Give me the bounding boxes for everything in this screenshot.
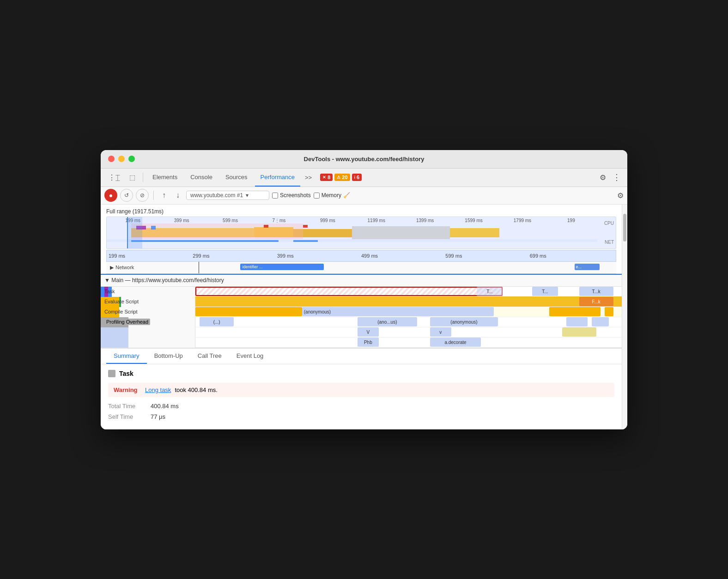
network-track-label: Network: [115, 265, 134, 270]
perf-toolbar: ● ↺ ⊘ ↑ ↓ www.youtube.com #1 ▾ Screensho…: [101, 187, 627, 205]
net-label: NET: [605, 240, 614, 245]
total-time-value: 400.84 ms: [151, 403, 179, 410]
full-range-label: Full range (1917.51ms): [106, 208, 616, 215]
cpu-label: CPU: [604, 221, 614, 226]
flame-area: ▼ Main — https://www.youtube.com/feed/hi…: [101, 274, 622, 348]
settings-icon[interactable]: ⚙: [598, 171, 608, 184]
warning-badge[interactable]: ⚠ 20: [334, 174, 350, 181]
close-button[interactable]: [108, 156, 115, 162]
devtools-window: DevTools - www.youtube.com/feed/history …: [101, 150, 627, 429]
tick-5: 1199 ms: [352, 218, 400, 223]
net-bar-1: identifier ...: [242, 265, 262, 269]
inspector-icon[interactable]: ⋮⌶: [104, 171, 124, 184]
divider2: [153, 191, 154, 200]
bottom-tabs: Summary Bottom-Up Call Tree Event Log: [101, 349, 622, 364]
tick-1: 399 ms: [157, 218, 206, 223]
tab-sources[interactable]: Sources: [220, 169, 253, 187]
self-time-row: Self Time 77 μs: [108, 413, 614, 420]
self-time-label: Self Time: [108, 413, 145, 420]
task-label: Task: [104, 289, 115, 294]
screenshots-checkbox-group: Screenshots: [272, 192, 311, 199]
tick-4: 999 ms: [303, 218, 352, 223]
more-menu-button[interactable]: ⋮: [610, 170, 624, 184]
ztick-1: 299 ms: [193, 253, 277, 259]
ztick-2: 399 ms: [277, 253, 361, 259]
flame-rows: Task T... T...k T...: [101, 287, 622, 348]
main-area: Full range (1917.51ms) 199 ms 399 ms 599…: [101, 205, 627, 429]
anon-label: (anonymous): [304, 309, 331, 314]
memory-checkbox[interactable]: [314, 193, 320, 199]
tab-bar: ⋮⌶ ⬚ Elements Console Sources Performanc…: [101, 169, 627, 187]
compile-label: Compile Script: [104, 309, 138, 314]
warning-text: took 400.84 ms.: [175, 386, 218, 393]
tick-2: 599 ms: [206, 218, 255, 223]
tick-8: 1799 ms: [498, 218, 546, 223]
expand-icon: ▶: [110, 265, 114, 271]
timeline-area: Full range (1917.51ms) 199 ms 399 ms 599…: [101, 205, 622, 274]
warning-row: Warning Long task took 400.84 ms.: [108, 383, 614, 397]
more-tabs-button[interactable]: >>: [302, 172, 315, 183]
net-bar-2: e...: [576, 265, 582, 269]
profiling-label: Profiling Overhead: [104, 319, 150, 325]
error-badge[interactable]: ✕ 8: [320, 174, 333, 181]
info-badge[interactable]: i 6: [352, 174, 362, 181]
long-task-link[interactable]: Long task: [145, 386, 171, 393]
content-main: Full range (1917.51ms) 199 ms 399 ms 599…: [101, 205, 622, 429]
maximize-button[interactable]: [128, 156, 135, 162]
bottom-panel: Summary Bottom-Up Call Tree Event Log: [101, 348, 622, 429]
side-scrollbar[interactable]: [622, 205, 627, 429]
upload-button[interactable]: ↑: [158, 189, 170, 201]
screenshots-label: Screenshots: [280, 192, 311, 199]
evaluate-label: Evaluate Script: [104, 299, 139, 304]
traffic-lights: [108, 156, 135, 162]
device-icon[interactable]: ⬚: [126, 172, 139, 183]
summary-content: Task Warning Long task took 400.84 ms. T…: [101, 364, 622, 429]
tab-elements[interactable]: Elements: [147, 169, 183, 187]
network-label[interactable]: ▶ Network: [106, 265, 199, 271]
screenshots-checkbox[interactable]: [272, 193, 278, 199]
reload-record-button[interactable]: ↺: [120, 189, 133, 202]
tab-event-log[interactable]: Event Log: [229, 349, 271, 364]
broom-icon: 🧹: [343, 192, 350, 199]
chevron-down-icon: ▾: [246, 192, 249, 199]
tick-7: 1599 ms: [449, 218, 498, 223]
tick-9: 199: [547, 218, 595, 223]
tick-6: 1399 ms: [400, 218, 449, 223]
clear-button[interactable]: ⊘: [136, 189, 149, 202]
tick-3: 7⋮ms: [255, 218, 303, 223]
tab-performance[interactable]: Performance: [255, 169, 300, 187]
minimize-button[interactable]: [118, 156, 125, 162]
network-content: identifier ... e...: [199, 262, 616, 273]
total-time-label: Total Time: [108, 403, 145, 410]
window-title: DevTools - www.youtube.com/feed/history: [304, 156, 425, 163]
summary-title: Task: [108, 370, 614, 377]
memory-label: Memory: [322, 192, 341, 199]
badge-group: ✕ 8 ⚠ 20 i 6: [320, 174, 362, 181]
scrollbar-thumb[interactable]: [623, 214, 626, 241]
record-button[interactable]: ●: [104, 189, 117, 202]
title-bar: DevTools - www.youtube.com/feed/history: [101, 150, 627, 169]
task-color-box: [108, 370, 115, 377]
url-select[interactable]: www.youtube.com #1 ▾: [186, 191, 269, 200]
download-button[interactable]: ↓: [172, 189, 183, 201]
network-track: ▶ Network identifier ... e...: [106, 262, 616, 274]
ztick-5: 699 ms: [530, 253, 614, 259]
self-time-value: 77 μs: [151, 413, 165, 420]
tab-console[interactable]: Console: [185, 169, 218, 187]
divider: [143, 173, 143, 182]
ztick-4: 599 ms: [445, 253, 529, 259]
flame-header: ▼ Main — https://www.youtube.com/feed/hi…: [101, 275, 622, 287]
capture-settings-icon[interactable]: ⚙: [617, 191, 624, 200]
ztick-3: 499 ms: [361, 253, 445, 259]
ztick-0: 199 ms: [109, 253, 193, 259]
tab-call-tree[interactable]: Call Tree: [190, 349, 229, 364]
memory-checkbox-group: Memory 🧹: [314, 192, 350, 199]
total-time-row: Total Time 400.84 ms: [108, 403, 614, 410]
warning-label: Warning: [114, 386, 141, 393]
tab-summary[interactable]: Summary: [106, 349, 147, 364]
tab-bottom-up[interactable]: Bottom-Up: [147, 349, 190, 364]
